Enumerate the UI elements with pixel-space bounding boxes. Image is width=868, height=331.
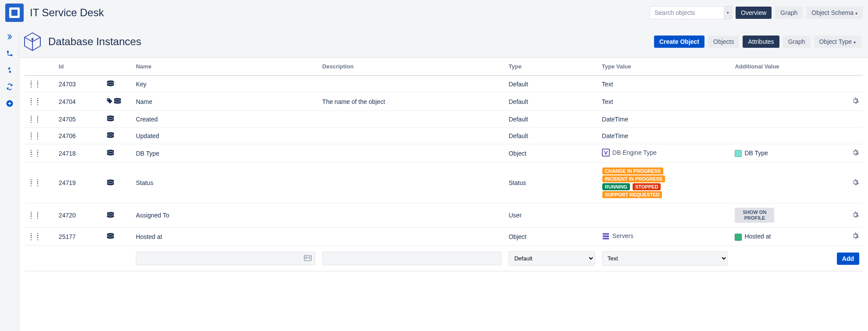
cell-name[interactable]: Key: [132, 75, 319, 93]
svg-point-11: [306, 257, 307, 259]
top-actions: ▾ Overview Graph Object Schema▾: [650, 6, 863, 19]
cell-name[interactable]: Status: [132, 163, 319, 203]
cell-type: Default: [505, 75, 598, 93]
cell-desc[interactable]: The name of the object: [319, 93, 505, 111]
tree-icon[interactable]: [5, 49, 14, 58]
table-row: ⋮⋮⋮⋮24720Assigned ToUserSHOW ON PROFILE: [25, 203, 863, 228]
cell-icon: [103, 203, 132, 228]
drag-handle[interactable]: ⋮⋮⋮⋮: [25, 128, 55, 144]
drag-handle[interactable]: ⋮⋮⋮⋮: [25, 228, 55, 246]
table-row: ⋮⋮⋮⋮24703KeyDefaultText: [25, 75, 863, 93]
svg-rect-4: [32, 40, 33, 43]
cell-addval: DB Type: [731, 144, 818, 163]
cell-desc[interactable]: [319, 128, 505, 144]
gear-icon[interactable]: [851, 151, 859, 158]
database-icon: [114, 98, 121, 104]
chevron-down-icon: ▾: [854, 40, 856, 45]
drag-handle[interactable]: ⋮⋮⋮⋮: [25, 75, 55, 93]
collapse-icon[interactable]: [5, 66, 14, 75]
add-button[interactable]: Add: [837, 253, 859, 265]
search-dropdown-toggle[interactable]: ▾: [724, 6, 732, 19]
cell-desc[interactable]: [319, 144, 505, 163]
table-row: ⋮⋮⋮⋮24704NameThe name of the objectDefau…: [25, 93, 863, 111]
object-ref-icon: [602, 149, 610, 157]
drag-handle[interactable]: ⋮⋮⋮⋮: [25, 203, 55, 228]
drag-handle[interactable]: ⋮⋮⋮⋮: [25, 93, 55, 111]
object-schema-button[interactable]: Object Schema▾: [806, 7, 863, 19]
cell-name[interactable]: Assigned To: [132, 203, 319, 228]
search-input[interactable]: [650, 6, 724, 19]
cell-addval: [731, 163, 818, 203]
add-icon[interactable]: [5, 99, 14, 108]
sub-actions: Create Object Objects Attributes Graph O…: [654, 36, 861, 48]
object-type-button[interactable]: Object Type▾: [814, 36, 861, 48]
table-row: ⋮⋮⋮⋮24705CreatedDefaultDateTime: [25, 111, 863, 128]
cell-type: Status: [505, 163, 598, 203]
cell-id: 24718: [55, 144, 103, 163]
create-object-button[interactable]: Create Object: [654, 36, 704, 48]
cell-actions: [818, 163, 863, 203]
th-type: Type: [505, 58, 598, 75]
cell-name[interactable]: Hosted at: [132, 228, 319, 246]
cell-desc[interactable]: [319, 203, 505, 228]
content: Id Name Description Type Type Value Addi…: [19, 58, 868, 271]
cell-typeval: [598, 203, 732, 228]
cell-name[interactable]: Created: [132, 111, 319, 128]
th-name: Name: [132, 58, 319, 75]
tag-icon: [107, 98, 113, 105]
svg-point-3: [32, 38, 34, 40]
cell-typeval: DateTime: [598, 111, 732, 128]
cell-icon: [103, 111, 132, 128]
database-icon: [107, 233, 114, 239]
cell-desc[interactable]: [319, 75, 505, 93]
cell-addval: SHOW ON PROFILE: [731, 203, 818, 228]
cell-type: User: [505, 203, 598, 228]
cell-addval: Hosted at: [731, 228, 818, 246]
cell-id: 24703: [55, 75, 103, 93]
tab-graph[interactable]: Graph: [783, 36, 811, 48]
drag-handle[interactable]: ⋮⋮⋮⋮: [25, 163, 55, 203]
svg-rect-9: [603, 238, 609, 240]
top-header: IT Service Desk ▾ Overview Graph Object …: [0, 0, 868, 26]
database-icon: [107, 115, 114, 121]
expand-icon[interactable]: [5, 32, 14, 41]
cell-icon: [103, 144, 132, 163]
overview-button[interactable]: Overview: [736, 7, 772, 19]
cell-name[interactable]: Updated: [132, 128, 319, 144]
gear-icon[interactable]: [851, 234, 859, 241]
cell-typeval: DB Engine Type: [598, 144, 732, 163]
new-desc-input[interactable]: [322, 252, 502, 265]
gear-icon[interactable]: [851, 213, 859, 220]
tab-objects[interactable]: Objects: [708, 36, 739, 48]
cell-name[interactable]: Name: [132, 93, 319, 111]
status-badge: STOPPED: [633, 183, 661, 190]
cell-desc[interactable]: [319, 111, 505, 128]
cell-desc[interactable]: [319, 163, 505, 203]
cell-type: Default: [505, 111, 598, 128]
database-icon: [107, 132, 114, 138]
svg-rect-8: [603, 235, 609, 237]
cell-desc[interactable]: [319, 228, 505, 246]
cell-typeval: Text: [598, 75, 732, 93]
cell-icon: [103, 75, 132, 93]
page-title: Database Instances: [48, 36, 654, 48]
new-name-input[interactable]: [136, 252, 315, 265]
drag-handle[interactable]: ⋮⋮⋮⋮: [25, 111, 55, 128]
gear-icon[interactable]: [851, 181, 859, 188]
gear-icon[interactable]: [851, 99, 859, 106]
color-chip: [735, 234, 742, 241]
drag-handle[interactable]: ⋮⋮⋮⋮: [25, 144, 55, 163]
sync-icon[interactable]: [5, 82, 14, 91]
cell-icon: [103, 163, 132, 203]
cell-type: Default: [505, 128, 598, 144]
search-box: ▾: [650, 6, 732, 19]
new-type-select[interactable]: Default: [509, 251, 595, 266]
table-row: ⋮⋮⋮⋮24706UpdatedDefaultDateTime: [25, 128, 863, 144]
cell-id: 24705: [55, 111, 103, 128]
cell-name[interactable]: DB Type: [132, 144, 319, 163]
chevron-down-icon: ▾: [855, 11, 857, 16]
graph-button-header[interactable]: Graph: [775, 7, 803, 19]
cell-typeval: Servers: [598, 228, 732, 246]
new-typeval-select[interactable]: Text: [602, 251, 728, 266]
tab-attributes[interactable]: Attributes: [743, 36, 779, 48]
